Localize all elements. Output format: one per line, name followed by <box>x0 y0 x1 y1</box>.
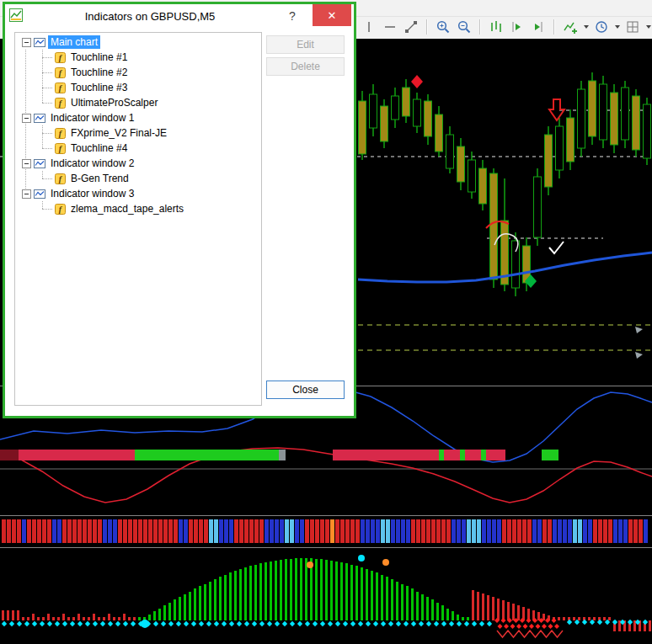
tree-connector <box>42 133 52 134</box>
tree-connector <box>42 148 52 149</box>
collapse-toggle-icon[interactable] <box>22 159 31 168</box>
tree-item-indicator[interactable]: f UltimateProScalper <box>15 95 261 110</box>
close-button[interactable]: ✕ <box>313 4 351 26</box>
custom-indicator-icon: f <box>55 204 66 215</box>
custom-indicator-icon: f <box>55 143 66 154</box>
chart-window-icon <box>34 189 45 199</box>
help-button[interactable]: ? <box>285 9 300 23</box>
dialog-title: Indicators on GBPUSD,M5 <box>39 10 261 23</box>
tree-item-label: UltimateProScalper <box>68 96 160 109</box>
tree-item-indicator[interactable]: f Touchline #4 <box>15 141 261 156</box>
tree-item-label: Touchline #4 <box>68 141 130 155</box>
tree-item-label: Touchline #3 <box>68 81 130 94</box>
metatrader-screen: Indicators on GBPUSD,M5 ? ✕ Main chart f… <box>0 0 652 644</box>
tree-item-label: Touchline #2 <box>68 66 130 79</box>
custom-indicator-icon: f <box>55 67 66 78</box>
tree-connector <box>42 57 52 58</box>
tree-item-main-chart[interactable]: Main chart <box>15 35 261 50</box>
tree-connector <box>42 103 52 104</box>
tree-item-label: Touchline #1 <box>68 51 130 64</box>
close-icon: ✕ <box>328 9 337 22</box>
indicators-dialog: Indicators on GBPUSD,M5 ? ✕ Main chart f… <box>3 2 356 418</box>
custom-indicator-icon: f <box>55 82 66 93</box>
tree-item-label: Main chart <box>48 35 100 49</box>
dialog-icon <box>9 8 23 25</box>
tree-item-indicator[interactable]: f FXprime_V2 Final-JE <box>15 125 261 141</box>
tree-item-indicator[interactable]: f Touchline #3 <box>15 80 261 95</box>
custom-indicator-icon: f <box>55 98 66 109</box>
delete-button[interactable]: Delete <box>266 57 345 76</box>
tree-item-indicator-window-1[interactable]: Indicator window 1 <box>15 110 261 125</box>
tree-item-indicator[interactable]: f B-Gen Trend <box>15 171 261 186</box>
tree-item-label: FXprime_V2 Final-JE <box>68 126 169 140</box>
custom-indicator-icon: f <box>55 52 66 63</box>
tree-item-indicator-window-3[interactable]: Indicator window 3 <box>15 186 261 201</box>
tree-connector <box>42 209 52 210</box>
chart-window-icon <box>34 38 45 47</box>
indicators-tree[interactable]: Main chart f Touchline #1 f Touchline #2… <box>14 32 262 406</box>
collapse-toggle-icon[interactable] <box>22 189 31 199</box>
tree-item-indicator[interactable]: f Touchline #1 <box>15 50 261 65</box>
edit-button[interactable]: Edit <box>266 35 345 54</box>
close-dialog-button[interactable]: Close <box>266 381 345 399</box>
custom-indicator-icon: f <box>55 128 66 139</box>
tree-item-indicator[interactable]: f zlema_macd_tape_alerts <box>15 201 261 216</box>
tree-connector <box>42 88 52 88</box>
custom-indicator-icon: f <box>55 173 66 184</box>
dialog-titlebar[interactable]: Indicators on GBPUSD,M5 ? ✕ <box>5 4 354 28</box>
collapse-toggle-icon[interactable] <box>22 114 31 123</box>
collapse-toggle-icon[interactable] <box>22 38 31 47</box>
chart-window-icon <box>34 114 45 123</box>
tree-item-label: B-Gen Trend <box>68 172 131 185</box>
tree-item-label: zlema_macd_tape_alerts <box>68 202 186 216</box>
tree-connector <box>42 72 52 73</box>
tree-item-label: Indicator window 3 <box>48 187 136 200</box>
tree-item-label: Indicator window 2 <box>48 157 136 170</box>
touchline-tape <box>0 450 558 460</box>
tree-item-indicator[interactable]: f Touchline #2 <box>15 65 261 80</box>
tree-item-label: Indicator window 1 <box>48 111 136 125</box>
chart-window-icon <box>34 159 45 168</box>
tree-item-indicator-window-2[interactable]: Indicator window 2 <box>15 156 261 171</box>
tree-connector <box>42 178 52 179</box>
